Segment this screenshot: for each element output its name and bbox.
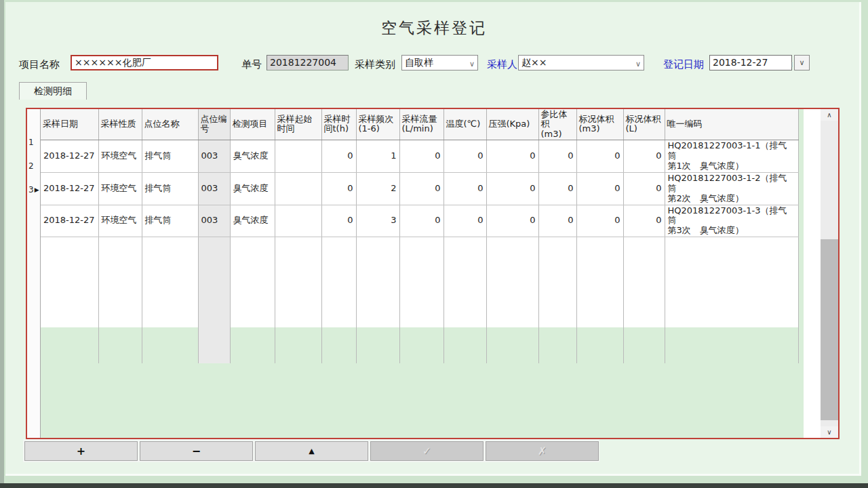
cell-r3-c10[interactable]: 0	[486, 205, 538, 237]
cell-r3-c14[interactable]: HQ20181227003-1-3（排气筒 第3次 臭气浓度）	[665, 205, 798, 237]
chevron-down-icon: ∨	[799, 58, 804, 67]
cell-r2-c4[interactable]: 臭气浓度	[230, 172, 275, 205]
column-header-3[interactable]: 点位编 号	[198, 109, 230, 140]
cell-r2-c1[interactable]: 环境空气	[98, 172, 142, 205]
row-selector-strip: 123▶	[27, 109, 41, 438]
column-header-8[interactable]: 采样流量 (L/min)	[399, 109, 443, 140]
cell-r1-c4[interactable]: 臭气浓度	[230, 140, 275, 172]
cell-r2-c14[interactable]: HQ20181227003-1-2（排气筒 第2次 臭气浓度）	[665, 172, 798, 205]
column-header-5[interactable]: 采样起始 时间	[275, 109, 321, 140]
empty-cell	[486, 237, 538, 363]
cell-r1-c1[interactable]: 环境空气	[98, 140, 142, 172]
cell-r2-c5[interactable]	[275, 172, 321, 205]
cell-r3-c2[interactable]: 排气筒	[142, 205, 198, 237]
scroll-down-button[interactable]: ∨	[821, 426, 838, 438]
column-header-14[interactable]: 唯一编码	[665, 109, 798, 140]
column-header-7[interactable]: 采样频次 (1-6)	[356, 109, 399, 140]
cell-r1-c13[interactable]: 0	[623, 140, 665, 172]
date-separator-icon: ⁞	[791, 58, 793, 72]
cell-r2-c10[interactable]: 0	[486, 172, 538, 205]
row-number: 2	[28, 161, 34, 171]
cell-r3-c12[interactable]: 0	[576, 205, 623, 237]
column-header-6[interactable]: 采样时 间t(h)	[321, 109, 356, 140]
row-selector-2[interactable]: 2	[27, 154, 40, 178]
project-name-input[interactable]: ××××××化肥厂	[71, 55, 218, 70]
column-header-4[interactable]: 检测项目	[230, 109, 275, 140]
cell-r3-c13[interactable]: 0	[623, 205, 665, 237]
cell-r1-c7[interactable]: 1	[356, 140, 399, 172]
sampler-select[interactable]: 赵×× ∨	[518, 55, 644, 70]
cell-r3-c9[interactable]: 0	[443, 205, 486, 237]
cell-r1-c6[interactable]: 0	[321, 140, 356, 172]
vertical-scrollbar[interactable]: ∧ ∨	[821, 109, 838, 438]
table-row: 2018-12-27环境空气排气筒003臭气浓度02000000HQ201812…	[41, 172, 798, 205]
sample-category-value: 自取样	[405, 57, 433, 68]
cell-r2-c3[interactable]: 003	[198, 172, 230, 205]
cell-r2-c8[interactable]: 0	[399, 172, 443, 205]
register-date-input[interactable]: 2018-12-27	[709, 55, 792, 70]
cell-r2-c6[interactable]: 0	[321, 172, 356, 205]
cell-r2-c13[interactable]: 0	[623, 172, 665, 205]
page-title: 空气采样登记	[0, 18, 868, 39]
sampler-value: 赵××	[521, 57, 547, 68]
sample-category-select[interactable]: 自取样 ∨	[401, 55, 478, 70]
cell-r3-c8[interactable]: 0	[399, 205, 443, 237]
column-header-1[interactable]: 采样性质	[98, 109, 142, 140]
cell-r2-c12[interactable]: 0	[576, 172, 623, 205]
chevron-down-icon: ∨	[635, 57, 641, 70]
cell-r3-c0[interactable]: 2018-12-27	[41, 205, 98, 237]
empty-cell	[356, 237, 399, 363]
column-header-2[interactable]: 点位名称	[142, 109, 198, 140]
cell-r2-c7[interactable]: 2	[356, 172, 399, 205]
column-header-9[interactable]: 温度(℃)	[443, 109, 486, 140]
row-selector-3[interactable]: 3▶	[27, 178, 40, 201]
nav-cancel-button[interactable]: ✗	[486, 441, 599, 461]
cell-r3-c1[interactable]: 环境空气	[98, 205, 142, 237]
nav-post-button[interactable]: ✓	[370, 441, 484, 461]
cell-r3-c11[interactable]: 0	[538, 205, 576, 237]
row-number: 1	[28, 138, 34, 147]
empty-cell	[41, 237, 98, 363]
cell-r1-c5[interactable]	[275, 140, 321, 172]
tab-detection-detail[interactable]: 检测明细	[19, 82, 87, 100]
cell-r3-c4[interactable]: 臭气浓度	[230, 205, 275, 237]
cell-r2-c11[interactable]: 0	[538, 172, 576, 205]
window-bottom-edge	[0, 483, 868, 488]
cell-r2-c2[interactable]: 排气筒	[142, 172, 198, 205]
cell-r1-c12[interactable]: 0	[576, 140, 623, 172]
cell-r1-c11[interactable]: 0	[538, 140, 576, 172]
column-header-10[interactable]: 压强(Kpa)	[486, 109, 538, 140]
cell-r1-c0[interactable]: 2018-12-27	[41, 140, 98, 172]
column-header-0[interactable]: 采样日期	[41, 109, 98, 140]
column-header-12[interactable]: 标况体积 (m3)	[576, 109, 623, 140]
cell-r1-c3[interactable]: 003	[198, 140, 230, 172]
nav-delete-button[interactable]: −	[140, 441, 253, 461]
cell-r1-c8[interactable]: 0	[399, 140, 443, 172]
cell-r1-c14[interactable]: HQ20181227003-1-1（排气筒 第1次 臭气浓度）	[665, 140, 798, 172]
column-header-13[interactable]: 标况体积 (L)	[623, 109, 665, 140]
nav-insert-button[interactable]: +	[24, 441, 138, 461]
empty-grid-area	[41, 237, 798, 363]
register-date-label: 登记日期	[663, 58, 704, 71]
register-date-dropdown-button[interactable]: ⁞ ∨	[794, 55, 810, 70]
cell-r2-c0[interactable]: 2018-12-27	[41, 172, 98, 205]
table-row: 2018-12-27环境空气排气筒003臭气浓度03000000HQ201812…	[41, 205, 798, 237]
scroll-up-button[interactable]: ∧	[821, 109, 838, 121]
cell-r1-c9[interactable]: 0	[443, 140, 486, 172]
empty-cell	[399, 237, 443, 363]
cell-r3-c6[interactable]: 0	[321, 205, 356, 237]
cell-r3-c3[interactable]: 003	[198, 205, 230, 237]
nav-prior-button[interactable]: ▲	[255, 441, 368, 461]
column-header-11[interactable]: 参比体积 (m3)	[538, 109, 576, 140]
cell-r3-c5[interactable]	[275, 205, 321, 237]
empty-cell	[665, 237, 798, 363]
row-selector-1[interactable]: 1	[27, 130, 40, 154]
order-no-label: 单号	[241, 58, 262, 71]
empty-cell	[623, 237, 665, 363]
cell-r1-c10[interactable]: 0	[486, 140, 538, 172]
cell-r1-c2[interactable]: 排气筒	[142, 140, 198, 172]
cell-r3-c7[interactable]: 3	[356, 205, 399, 237]
scrollbar-thumb[interactable]	[821, 239, 838, 420]
empty-cell	[538, 237, 576, 363]
cell-r2-c9[interactable]: 0	[443, 172, 486, 205]
